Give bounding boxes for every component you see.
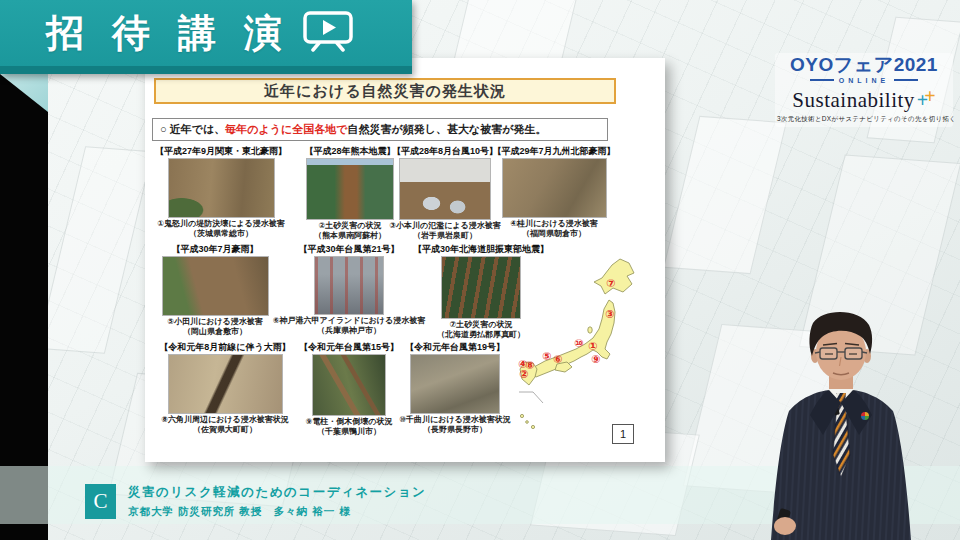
- session-banner-title: 招待講演: [46, 14, 310, 52]
- figure-location: （千葉県鴨川市）: [297, 427, 401, 437]
- plus-icon: +: [924, 85, 935, 108]
- figure-location: （茨城県常総市）: [151, 229, 291, 239]
- disaster-photo-hillside: [441, 256, 521, 319]
- disaster-photo-port: [314, 256, 384, 315]
- slide-page-number: 1: [612, 424, 634, 444]
- event-logo: OYOフェア2021 ONLINE Sustainability + + 3次元…: [775, 53, 953, 127]
- sdgs-pin-icon: [861, 412, 869, 420]
- sustainability-logo: Sustainability + +: [777, 88, 951, 113]
- figure-location: （岩手県岩泉町）: [387, 231, 503, 241]
- disaster-figure: 【令和元年台風第19号】 ⑩千曲川における浸水被害状況 （長野県長野市）: [399, 342, 511, 435]
- figure-event-label: 【令和元年台風第15号】: [297, 342, 401, 352]
- disaster-figure: 【令和元年8月前線に伴う大雨】 ⑧六角川周辺における浸水被害状況 （佐賀県大町町…: [153, 342, 297, 435]
- lecture-title: 災害のリスク軽減のためのコーディネーション: [128, 484, 426, 501]
- disaster-photo-landslide: [306, 158, 394, 220]
- figure-event-label: 【平成30年台風第21号】: [277, 244, 421, 254]
- japan-map: ⑦ ③ ⑩ ① ⑨ ⑤ ⑥ ④ ⑧ ②: [517, 246, 667, 458]
- map-marker: ⑩: [574, 338, 583, 349]
- session-badge: C: [85, 484, 116, 519]
- webinar-frame: { "banner": { "label": "招待講演" }, "event_…: [0, 0, 960, 540]
- figure-caption: ③小本川の氾濫による浸水被害: [387, 221, 503, 231]
- disaster-photo-flooded-cars: [399, 158, 491, 220]
- disaster-photo-flood-aerial: [168, 158, 275, 218]
- disaster-figure: 【令和元年台風第15号】 ⑨電柱・倒木倒壊の状況 （千葉県鴨川市）: [297, 342, 401, 437]
- sustainability-wordmark: Sustainability: [792, 88, 915, 113]
- map-marker: ③: [605, 309, 614, 320]
- figure-event-label: 【令和元年8月前線に伴う大雨】: [153, 342, 297, 352]
- online-rule-right: [894, 79, 918, 81]
- disaster-figure: 【平成30年台風第21号】 ⑥神戸港六甲アイランドにおける浸水被害 （兵庫県神戸…: [277, 244, 421, 336]
- online-label: ONLINE: [839, 77, 889, 84]
- presentation-slide: 近年における自然災害の発生状況 ○ 近年では、毎年のように全国各地で自然災害が頻…: [145, 58, 665, 462]
- map-marker: ⑤: [542, 351, 551, 362]
- map-marker: ⑨: [591, 354, 600, 365]
- map-marker: ②: [519, 369, 528, 380]
- disaster-photo-flood-town: [502, 158, 607, 218]
- event-tagline: 3次元化技術とDXがサステナビリティのその先を切り拓く: [777, 115, 951, 124]
- lecture-text: 災害のリスク軽減のためのコーディネーション 京都大学 防災研究所 教授 多々納 …: [128, 484, 426, 519]
- statement-lead: ○ 近年では、: [160, 123, 225, 135]
- presenter-figure: [765, 303, 917, 540]
- figure-caption: ⑥神戸港六甲アイランドにおける浸水被害: [277, 316, 421, 326]
- map-marker: ①: [588, 341, 597, 352]
- slide-title: 近年における自然災害の発生状況: [154, 78, 616, 104]
- figure-event-label: 【平成27年9月関東・東北豪雨】: [151, 146, 291, 156]
- session-banner-edge: [0, 66, 412, 74]
- figure-location: （兵庫県神戸市）: [277, 326, 421, 336]
- figure-location: （佐賀県大町町）: [153, 425, 297, 435]
- city-building-shape: [663, 116, 787, 274]
- figure-caption: ⑨電柱・倒木倒壊の状況: [297, 417, 401, 427]
- online-rule-left: [810, 79, 834, 81]
- disaster-figure: 【平成27年9月関東・東北豪雨】 ①鬼怒川の堤防決壊による浸水被害 （茨城県常総…: [151, 146, 291, 239]
- disaster-photo-fallen-trees: [312, 354, 386, 416]
- slide-statement: ○ 近年では、毎年のように全国各地で自然災害が頻発し、甚大な被害が発生。: [152, 118, 608, 141]
- figure-event-label: 【令和元年台風第19号】: [399, 342, 511, 352]
- figure-location: （岡山県倉敷市）: [155, 327, 275, 337]
- figure-caption: ⑤小田川における浸水被害: [155, 317, 275, 327]
- presenter-video: [765, 303, 917, 540]
- session-banner-main: 招待講演: [0, 0, 412, 66]
- figure-caption: ④桂川における浸水被害: [495, 219, 613, 229]
- figure-event-label: 【平成30年7月豪雨】: [155, 244, 275, 254]
- disaster-figure: 【平成29年7月九州北部豪雨】 ④桂川における浸水被害 （福岡県朝倉市）: [495, 146, 613, 239]
- lecture-info: C 災害のリスク軽減のためのコーディネーション 京都大学 防災研究所 教授 多々…: [85, 484, 426, 519]
- disaster-figure: 【平成28年8月台風10号】 ③小本川の氾濫による浸水被害 （岩手県岩泉町）: [387, 146, 503, 241]
- city-building-shape: [37, 146, 153, 354]
- figure-caption: ①鬼怒川の堤防決壊による浸水被害: [151, 219, 291, 229]
- session-banner: 招待講演: [0, 0, 412, 74]
- figure-event-label: 【平成28年8月台風10号】: [387, 146, 503, 156]
- online-label-row: ONLINE: [777, 77, 951, 84]
- disaster-photo-flood-plain: [410, 354, 500, 414]
- oyo-fair-logo: OYOフェア2021: [777, 55, 951, 76]
- figure-caption: ⑩千曲川における浸水被害状況: [399, 415, 511, 425]
- figure-location: （長野県長野市）: [399, 425, 511, 435]
- figure-location: （福岡県朝倉市）: [495, 229, 613, 239]
- map-marker: ⑦: [606, 278, 615, 289]
- statement-highlight: 毎年のように全国各地で: [225, 123, 347, 135]
- disaster-figure: 【平成30年7月豪雨】 ⑤小田川における浸水被害 （岡山県倉敷市）: [155, 244, 275, 337]
- lecture-speaker: 京都大学 防災研究所 教授 多々納 裕一 様: [128, 505, 426, 519]
- statement-rest: 自然災害が頻発し、甚大な被害が発生。: [348, 123, 547, 135]
- disaster-photo-river-flood: [168, 354, 283, 414]
- figure-event-label: 【平成29年7月九州北部豪雨】: [495, 146, 613, 156]
- figure-caption: ⑧六角川周辺における浸水被害状況: [153, 415, 297, 425]
- disaster-photo-flood-fields: [162, 256, 269, 316]
- map-marker: ⑥: [553, 354, 562, 365]
- tv-play-icon: [302, 10, 354, 56]
